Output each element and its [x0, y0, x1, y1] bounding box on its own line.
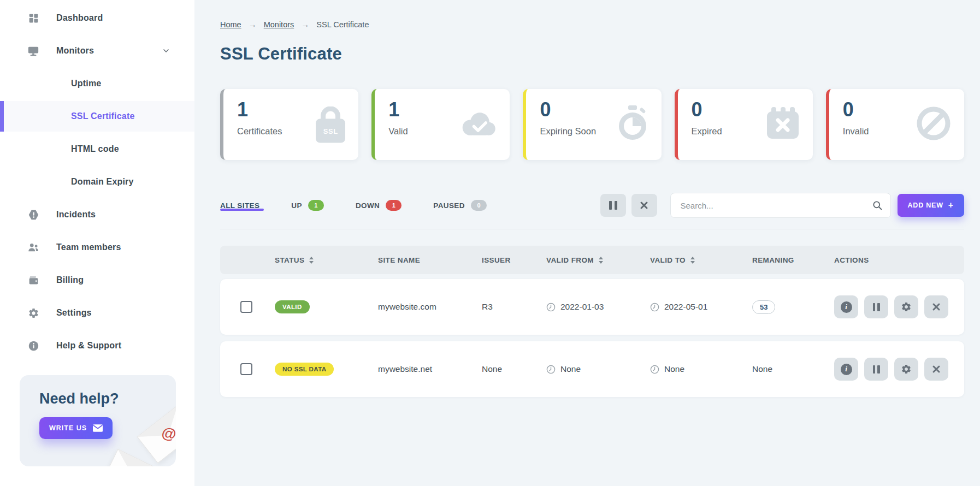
settings-button[interactable] — [894, 358, 918, 381]
valid-from-cell: 2022-01-03 — [546, 302, 650, 312]
gear-icon — [901, 301, 912, 312]
remaining-badge: 53 — [752, 300, 775, 314]
row-checkbox[interactable] — [240, 363, 252, 375]
header-valid-from[interactable]: VALID FROM — [546, 256, 650, 264]
site-name-cell: mywebsite.com — [378, 302, 482, 312]
incident-hexagon-icon — [27, 209, 39, 221]
ban-circle-icon — [916, 106, 951, 143]
breadcrumb-current: SSL Certificate — [316, 20, 369, 29]
cloud-check-icon — [458, 110, 497, 139]
table-row: VALID mywebsite.com R3 2022-01-03 2022-0… — [220, 279, 964, 335]
tab-all-sites[interactable]: ALL SITES — [220, 201, 259, 210]
certificates-table: STATUS SITE NAME ISSUER VALID FROM VALID… — [220, 246, 964, 397]
stat-card-invalid: 0 Invalid — [826, 89, 964, 160]
sidebar-item-dashboard[interactable]: Dashboard — [0, 3, 194, 33]
monitor-icon — [27, 45, 39, 57]
stat-card-expired: 0 Expired — [675, 89, 813, 160]
site-name-cell: mywebsite.net — [378, 364, 482, 374]
page-title: SSL Certificate — [220, 44, 964, 64]
close-button[interactable] — [924, 358, 948, 381]
sidebar: Dashboard Monitors Uptime SSL Certificat… — [0, 0, 194, 486]
sort-icon[interactable] — [309, 257, 314, 264]
down-count-badge: 1 — [386, 200, 402, 211]
remaining-cell: None — [752, 364, 834, 374]
info-circle-icon — [27, 340, 39, 352]
bulk-pause-button[interactable] — [600, 194, 626, 217]
sidebar-item-team-members[interactable]: Team members — [0, 232, 194, 263]
breadcrumb-home[interactable]: Home — [220, 20, 241, 29]
sort-icon[interactable] — [599, 257, 603, 264]
stopwatch-icon — [617, 105, 648, 144]
main-content: Home → Monitors → SSL Certificate SSL Ce… — [194, 0, 980, 486]
dashboard-grid-icon — [27, 12, 39, 24]
x-icon — [640, 201, 648, 210]
tab-paused[interactable]: PAUSED 0 — [433, 200, 487, 211]
write-us-button[interactable]: WRITE US — [39, 417, 113, 439]
breadcrumb-monitors[interactable]: Monitors — [264, 20, 294, 29]
header-valid-to[interactable]: VALID TO — [650, 256, 752, 264]
add-new-button[interactable]: ADD NEW + — [898, 194, 964, 217]
table-header-row: STATUS SITE NAME ISSUER VALID FROM VALID… — [220, 246, 964, 274]
search-input[interactable] — [670, 193, 891, 218]
sidebar-nav: Dashboard Monitors Uptime SSL Certificat… — [0, 0, 194, 363]
wallet-icon — [27, 274, 39, 286]
sidebar-item-help-support[interactable]: Help & Support — [0, 330, 194, 361]
sort-icon[interactable] — [690, 257, 695, 264]
need-help-card: Need help? WRITE US @ — [20, 375, 176, 466]
breadcrumb-arrow: → — [249, 20, 257, 29]
sidebar-item-uptime[interactable]: Uptime — [0, 68, 194, 99]
search-box — [670, 193, 891, 218]
pause-button[interactable] — [864, 295, 888, 318]
chevron-down-icon — [162, 46, 170, 55]
breadcrumb: Home → Monitors → SSL Certificate — [220, 20, 964, 29]
envelope-illustration — [105, 449, 155, 466]
row-actions: i — [834, 295, 964, 318]
tab-up[interactable]: UP 1 — [291, 200, 324, 211]
stat-card-expiring-soon: 0 Expiring Soon — [523, 89, 661, 160]
valid-from-cell: None — [546, 364, 650, 374]
breadcrumb-arrow: → — [301, 20, 309, 29]
sidebar-item-ssl-certificate[interactable]: SSL Certificate — [0, 101, 194, 132]
bulk-close-button[interactable] — [631, 194, 657, 217]
header-issuer: ISSUER — [482, 256, 546, 264]
header-site-name: SITE NAME — [378, 256, 482, 264]
toolbar-controls: ADD NEW + — [595, 193, 964, 218]
issuer-cell: None — [482, 364, 546, 374]
envelope-icon — [93, 424, 103, 432]
sidebar-item-monitors[interactable]: Monitors — [0, 35, 194, 66]
active-tab-underline — [220, 209, 264, 211]
x-icon — [932, 365, 941, 374]
sidebar-item-incidents[interactable]: Incidents — [0, 199, 194, 230]
stats-row: 1 Certificates SSL 1 Valid 0 — [220, 89, 964, 160]
sidebar-item-settings[interactable]: Settings — [0, 298, 194, 328]
pause-icon — [873, 365, 880, 374]
valid-to-cell: 2022-05-01 — [650, 302, 752, 312]
filter-toolbar: ALL SITES UP 1 DOWN 1 PAUSED 0 — [220, 193, 964, 229]
issuer-cell: R3 — [482, 302, 546, 312]
info-button[interactable]: i — [834, 295, 858, 318]
settings-button[interactable] — [894, 295, 918, 318]
tab-down[interactable]: DOWN 1 — [356, 200, 402, 211]
gear-icon — [27, 307, 39, 319]
row-checkbox[interactable] — [240, 301, 252, 313]
active-indicator-bar — [0, 101, 4, 132]
info-button[interactable]: i — [834, 358, 858, 381]
up-count-badge: 1 — [308, 200, 324, 211]
pause-icon — [873, 303, 880, 311]
header-actions: ACTIONS — [834, 256, 964, 264]
sidebar-item-domain-expiry[interactable]: Domain Expiry — [0, 167, 194, 197]
gear-icon — [901, 364, 912, 375]
pause-icon — [609, 201, 617, 210]
sidebar-item-billing[interactable]: Billing — [0, 265, 194, 295]
clock-icon — [546, 365, 556, 374]
ssl-lock-icon: SSL — [316, 106, 345, 143]
status-badge: NO SSL DATA — [275, 363, 334, 376]
at-symbol-decoration: @ — [160, 424, 176, 443]
stat-card-valid: 1 Valid — [371, 89, 510, 160]
pause-button[interactable] — [864, 358, 888, 381]
sidebar-item-html-code[interactable]: HTML code — [0, 134, 194, 164]
close-button[interactable] — [924, 295, 948, 318]
info-icon: i — [841, 364, 852, 375]
header-remaining: REMANING — [752, 256, 834, 264]
header-status[interactable]: STATUS — [275, 256, 378, 264]
